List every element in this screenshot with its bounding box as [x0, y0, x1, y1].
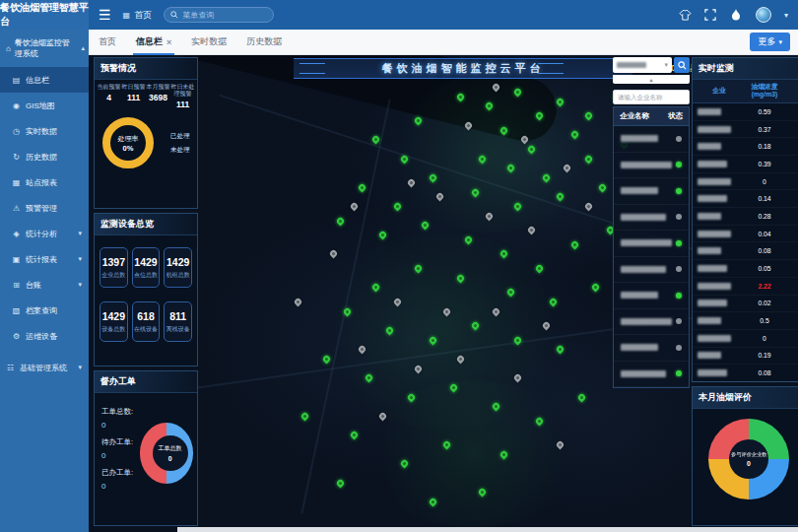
- search-icon: [170, 11, 178, 19]
- status-dot: [676, 318, 682, 324]
- realtime-table-row[interactable]: 0.05 2024-01-30 10:03:00: [693, 260, 798, 278]
- company-list-item[interactable]: [614, 178, 689, 205]
- process-rate-donut: 处理率 0%: [102, 117, 154, 168]
- map-pin-icon[interactable]: [350, 431, 360, 440]
- collapse-toggle[interactable]: ▴: [613, 75, 690, 84]
- horizontal-scrollbar[interactable]: [177, 527, 798, 532]
- realtime-table-row[interactable]: 0.08 2023-11-01 22:25:00: [693, 242, 798, 260]
- map-pin-icon[interactable]: [357, 182, 366, 192]
- menu-search-box[interactable]: [164, 7, 274, 23]
- company-list-item[interactable]: [614, 309, 689, 336]
- company-list-item[interactable]: [614, 126, 689, 153]
- sidebar-item-label: 历史数据: [26, 152, 57, 163]
- company-list-item[interactable]: [614, 205, 689, 232]
- sidebar-item[interactable]: ▤ 信息栏: [0, 67, 89, 93]
- tab-label: 历史数据: [246, 35, 282, 48]
- map-pin-icon[interactable]: [421, 221, 431, 231]
- map-pin-icon[interactable]: [350, 202, 360, 212]
- redacted-company-name: [698, 352, 721, 359]
- map-pin-icon[interactable]: [591, 283, 601, 293]
- realtime-table-row[interactable]: 0 2024-01-17 22:53:00: [693, 173, 798, 191]
- sidebar-item[interactable]: ▧ 档案查询: [0, 298, 89, 323]
- company-filter-select[interactable]: ▾: [613, 57, 672, 73]
- fullscreen-icon[interactable]: [704, 9, 717, 22]
- sidebar-item[interactable]: ◷ 实时数据: [0, 118, 89, 144]
- company-list-item[interactable]: [614, 231, 689, 257]
- user-avatar[interactable]: [756, 7, 771, 23]
- sidebar-item[interactable]: ◉ GIS地图: [0, 93, 89, 118]
- evaluation-panel: 本月油烟评价 参与评价企业数 0 优秀 良好: [692, 386, 798, 526]
- realtime-table-row[interactable]: 2.22 2023-12-15 01:11:00: [693, 278, 798, 296]
- map-pin-icon[interactable]: [300, 412, 310, 422]
- notification-flame-icon[interactable]: [730, 9, 743, 22]
- tab[interactable]: 实时数据: [191, 30, 227, 55]
- tab-label: 实时数据: [191, 35, 227, 48]
- realtime-table-row[interactable]: 0.5 2023-10-06 16:44:00: [693, 312, 798, 330]
- reading-timestamp: 2024-01-30 10:03:00: [788, 265, 798, 272]
- realtime-table-row[interactable]: 0.08 2023-12-03 12:47:00: [693, 365, 798, 382]
- menu-search-input[interactable]: [182, 11, 261, 20]
- banner-title: 餐饮油烟智能监控云平台: [382, 61, 545, 76]
- company-list-item[interactable]: [614, 362, 689, 388]
- status-dot: [676, 293, 682, 299]
- theme-skin-icon[interactable]: [679, 9, 692, 22]
- user-menu-chevron-down-icon[interactable]: ▾: [784, 11, 788, 20]
- sidebar-item[interactable]: ⚙ 运维设备: [0, 323, 89, 349]
- company-search-button[interactable]: [674, 57, 690, 73]
- company-list-item[interactable]: [614, 153, 689, 179]
- home-icon: ⌂: [6, 44, 11, 53]
- sidebar-group-header[interactable]: ⌂ 餐饮油烟监控管理系统 ▴: [0, 30, 89, 67]
- tab[interactable]: 历史数据: [246, 30, 282, 55]
- close-tab-icon[interactable]: ×: [166, 37, 171, 47]
- map-pin-icon[interactable]: [576, 392, 586, 402]
- map-pin-icon[interactable]: [336, 216, 346, 226]
- company-list-item[interactable]: [614, 283, 689, 309]
- map-pin-icon[interactable]: [569, 239, 579, 249]
- breadcrumb[interactable]: ▦ 首页: [123, 9, 153, 22]
- realtime-table-row[interactable]: 0.28 2023-11-24 13:00:00: [693, 208, 798, 226]
- sidebar-item[interactable]: ▣ 统计报表 ▾: [0, 246, 89, 272]
- sidebar-item[interactable]: ↻ 历史数据: [0, 144, 89, 169]
- fume-concentration-value: 0.18: [741, 143, 788, 150]
- map-pin-icon[interactable]: [584, 202, 594, 212]
- sidebar-item[interactable]: ☷ 基础管理系统 ▾: [0, 355, 89, 380]
- realtime-table-row[interactable]: 0.14 2024-01-30 10:03:00: [693, 190, 798, 208]
- map-pin-icon[interactable]: [293, 297, 302, 306]
- map-pin-icon[interactable]: [392, 202, 402, 212]
- company-list-item[interactable]: [614, 257, 689, 284]
- sidebar-item[interactable]: ▦ 站点报表: [0, 169, 89, 195]
- sidebar-item[interactable]: ◈ 统计分析 ▾: [0, 221, 89, 246]
- reading-timestamp: 2024-01-30 10:03:00: [788, 126, 798, 133]
- tab[interactable]: 信息栏 ×: [136, 30, 171, 55]
- map-pin-icon[interactable]: [378, 231, 388, 240]
- realtime-table-row[interactable]: 0.04 2024-01-30 10:03:00: [693, 226, 798, 243]
- company-name-input[interactable]: [613, 90, 690, 104]
- redacted-company-name: [698, 317, 721, 324]
- realtime-table-row[interactable]: 0 2022-09-17 01:34:00: [693, 330, 798, 348]
- map-pin-icon[interactable]: [336, 478, 346, 488]
- sidebar-item-label: 基础管理系统: [20, 363, 67, 373]
- map-pin-icon[interactable]: [598, 182, 608, 192]
- warning-stat: 昨日预警 111: [121, 84, 146, 109]
- hamburger-menu-icon[interactable]: ☰: [99, 7, 111, 23]
- redacted-company-name: [621, 266, 666, 273]
- realtime-table-row[interactable]: 0.18 2023-11-10 03:45:00: [693, 138, 798, 156]
- realtime-table-row[interactable]: 0.19 2023-10-06 13:04:00: [693, 348, 798, 366]
- fume-concentration-value: 0.19: [741, 352, 788, 359]
- system-icon: ☷: [6, 364, 15, 372]
- tab[interactable]: 首页: [99, 30, 116, 55]
- more-button[interactable]: 更多 ▾: [750, 33, 790, 51]
- map-pin-icon[interactable]: [328, 249, 338, 259]
- chevron-down-icon: ▾: [664, 61, 668, 69]
- map-pin-icon[interactable]: [527, 226, 537, 235]
- company-list-item[interactable]: [614, 335, 689, 362]
- realtime-table-row[interactable]: 0.59 2024-01-30 10:03:00: [693, 103, 798, 121]
- sidebar-item[interactable]: ⊞ 台账 ▾: [0, 272, 89, 298]
- sidebar-item[interactable]: ⚠ 预警管理: [0, 195, 89, 221]
- realtime-table-row[interactable]: 0.37 2024-01-30 10:03:00: [693, 121, 798, 139]
- map-canvas[interactable]: 餐饮油烟智能监控云平台 2024/1/30 10:03 星期二 预警情况 当前预…: [89, 55, 798, 532]
- tab-bar: 首页 信息栏 × 实时数据 历史数据 更多 ▾: [89, 30, 798, 55]
- realtime-table-row[interactable]: 0.39 2023-11-16 08:04:00: [693, 156, 798, 173]
- redacted-company-name: [621, 187, 658, 194]
- realtime-table-row[interactable]: 0.02 2023-09-01 17:39:00: [693, 296, 798, 313]
